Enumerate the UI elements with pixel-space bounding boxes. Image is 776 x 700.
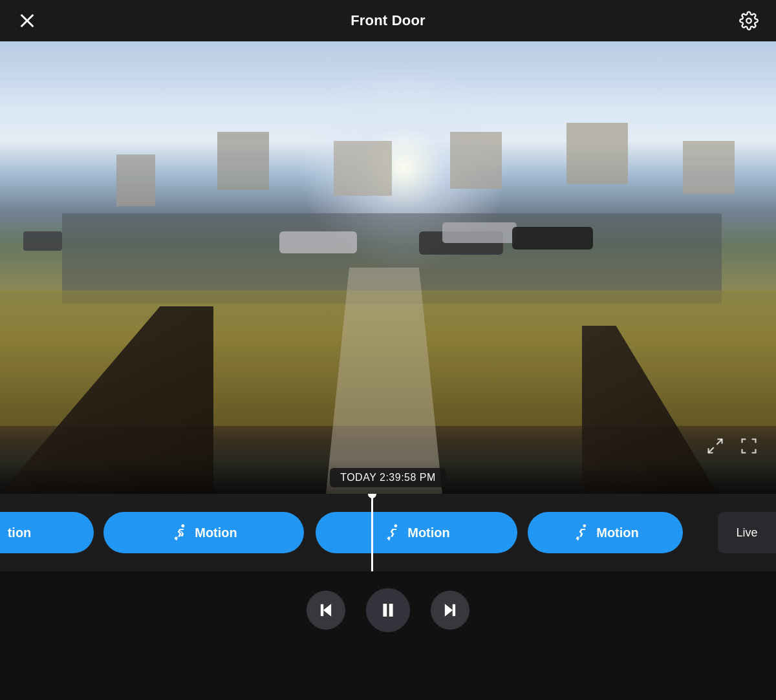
svg-point-2 bbox=[746, 18, 751, 23]
car-4 bbox=[512, 227, 593, 249]
svg-point-6 bbox=[182, 524, 185, 527]
motion-event-4[interactable]: Motion bbox=[528, 512, 683, 553]
house-5 bbox=[566, 123, 628, 184]
previous-button[interactable] bbox=[307, 591, 345, 630]
expand-icon bbox=[706, 437, 724, 455]
timeline-area: tion Motion Motion bbox=[0, 494, 776, 571]
svg-rect-10 bbox=[321, 604, 323, 615]
close-button[interactable] bbox=[16, 9, 39, 32]
car-5 bbox=[23, 231, 62, 251]
next-button[interactable] bbox=[431, 591, 469, 630]
runner-icon-2 bbox=[170, 524, 188, 542]
settings-button[interactable] bbox=[737, 9, 760, 32]
svg-line-4 bbox=[709, 447, 714, 452]
playback-controls bbox=[0, 571, 776, 649]
motion-label-3: Motion bbox=[407, 525, 450, 540]
car-1 bbox=[279, 231, 357, 253]
motion-event-2[interactable]: Motion bbox=[103, 512, 304, 553]
playhead bbox=[371, 494, 373, 571]
camera-title: Front Door bbox=[350, 12, 426, 29]
header-bar: Front Door bbox=[0, 0, 776, 41]
timeline-scroll[interactable]: tion Motion Motion bbox=[0, 494, 776, 571]
svg-point-8 bbox=[583, 524, 587, 527]
house-1 bbox=[116, 154, 155, 206]
house-6 bbox=[683, 141, 735, 194]
motion-label-4: Motion bbox=[596, 525, 639, 540]
timestamp-bar: TODAY 2:39:58 PM bbox=[0, 461, 776, 494]
svg-point-7 bbox=[394, 524, 398, 527]
fullscreen-button[interactable] bbox=[740, 437, 758, 455]
previous-icon bbox=[318, 602, 334, 619]
runner-icon-3 bbox=[383, 524, 401, 542]
house-3 bbox=[334, 141, 392, 196]
video-player: TODAY 2:39:58 PM bbox=[0, 41, 776, 494]
next-icon bbox=[442, 602, 458, 619]
motion-label-1: tion bbox=[8, 525, 32, 540]
expand-button[interactable] bbox=[706, 437, 724, 455]
fullscreen-icon bbox=[740, 437, 758, 455]
motion-label-2: Motion bbox=[195, 525, 237, 540]
timestamp-label: TODAY 2:39:58 PM bbox=[330, 468, 446, 487]
pause-button[interactable] bbox=[366, 588, 410, 632]
house-4 bbox=[450, 132, 502, 189]
car-3 bbox=[442, 222, 517, 243]
svg-line-3 bbox=[717, 440, 722, 445]
motion-event-1[interactable]: tion bbox=[0, 512, 94, 553]
svg-rect-14 bbox=[453, 604, 455, 615]
close-icon bbox=[18, 12, 36, 30]
svg-rect-12 bbox=[389, 604, 393, 617]
svg-marker-13 bbox=[445, 604, 452, 615]
live-label: Live bbox=[736, 526, 757, 540]
live-button[interactable]: Live bbox=[718, 512, 776, 553]
video-feed bbox=[0, 41, 776, 494]
house-2 bbox=[217, 132, 269, 190]
pause-icon bbox=[379, 601, 397, 619]
motion-event-3[interactable]: Motion bbox=[316, 512, 517, 553]
gear-icon bbox=[739, 11, 759, 30]
runner-icon-4 bbox=[572, 524, 590, 542]
svg-marker-9 bbox=[324, 604, 331, 615]
svg-rect-11 bbox=[383, 604, 387, 617]
